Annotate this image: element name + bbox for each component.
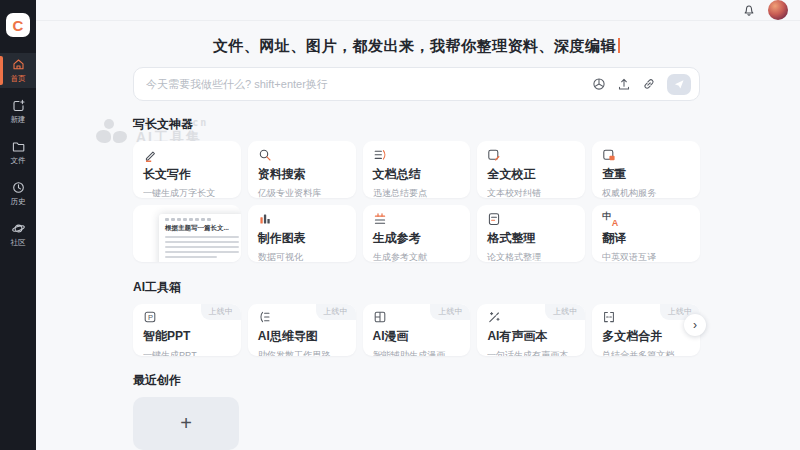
community-icon [12,222,25,235]
writer-row2: 根据主题写一篇长文... 制作图表 数据可视化 [133,205,700,262]
sidebar-item-history[interactable]: 历史 [0,176,36,211]
prompt-input[interactable]: 今天需要我做些什么? shift+enter换行 [133,67,700,101]
section-title-toolbox: AI工具箱 [133,279,700,296]
sidebar: C 首页 新建 文件 [0,0,36,450]
card-subtitle: 论文格式整理 [487,251,570,262]
card-smart-ppt[interactable]: 上线中 P 智能PPT 一键生成PPT [133,304,241,356]
sidebar-nav: 首页 新建 文件 历史 [0,53,36,252]
translate-icon: 中A [602,212,690,226]
preview-text-line [165,246,239,249]
card-title: 制作图表 [258,230,346,247]
card-title: 智能PPT [143,328,231,345]
card-subtitle: 生成参考文献 [373,251,456,262]
sidebar-item-home[interactable]: 首页 [0,53,36,88]
send-button[interactable] [667,74,691,95]
upload-icon[interactable] [617,77,631,91]
card-merge-docs[interactable]: 上线中 多文档合并 总结合并多篇文档 [592,304,700,356]
link-icon[interactable] [642,77,656,91]
card-subtitle: 迅速总结要点 [373,187,456,198]
card-title: AI漫画 [373,328,461,345]
new-creation-tile[interactable]: + [133,397,239,450]
card-subtitle: 数据可视化 [258,251,341,262]
proofread-icon [487,148,575,162]
preview-text-line [165,251,239,254]
card-title: AI思维导图 [258,328,346,345]
prompt-placeholder: 今天需要我做些什么? shift+enter换行 [146,77,592,92]
content: ai-bot.cn AI工具集 文件、网址、图片，都发出来，我帮你整理资料、深度… [36,21,800,450]
sidebar-item-label: 历史 [10,196,25,206]
writer-row1: 长文写作 一键生成万字长文 资料搜索 亿级专业资料库 文档总结 迅速总结要点 [133,141,700,198]
card-title: 全文校正 [487,166,575,183]
card-long-writing[interactable]: 长文写作 一键生成万字长文 [133,141,241,198]
watermark-paw-icon [96,119,130,145]
hero-title: 文件、网址、图片，都发出来，我帮你整理资料、深度编辑 [133,37,700,56]
svg-text:P: P [148,313,153,322]
card-subtitle: 亿级专业资料库 [258,187,341,198]
status-badge: 上线中 [545,304,585,320]
card-writing-preview[interactable]: 根据主题写一篇长文... [133,205,241,262]
status-badge: 上线中 [430,304,470,320]
card-subtitle: 助你发散工作思路 [258,349,341,356]
sidebar-item-label: 社区 [10,237,25,247]
app-window: C 首页 新建 文件 [0,0,800,450]
card-generate-references[interactable]: 生成参考 生成参考文献 [363,205,471,262]
card-ai-audiobook[interactable]: 上线中 AI有声画本 一句话生成有声画本 [477,304,585,356]
new-chat-icon [12,99,25,112]
card-doc-summary[interactable]: 文档总结 迅速总结要点 [363,141,471,198]
toolbox-row: 上线中 P 智能PPT 一键生成PPT 上线中 AI思维导图 助你发散工作思路 [133,304,700,356]
scroll-right-button[interactable]: › [684,314,706,336]
card-title: 生成参考 [373,230,461,247]
model-sphere-icon[interactable] [592,77,606,91]
card-subtitle: 一键生成万字长文 [143,187,226,198]
preview-toolbar [165,218,239,221]
status-badge: 上线中 [316,304,356,320]
home-icon [12,58,25,71]
card-subtitle: 总结合并多篇文档 [602,349,685,356]
user-avatar[interactable] [768,0,788,20]
sidebar-item-label: 新建 [10,114,25,124]
sidebar-item-files[interactable]: 文件 [0,135,36,170]
status-badge: 上线中 [201,304,241,320]
card-plagiarism-check[interactable]: 查重 权威机构服务 [592,141,700,198]
chart-icon [258,212,346,226]
preview-title: 根据主题写一篇长文... [165,224,239,233]
card-research-search[interactable]: 资料搜索 亿级专业资料库 [248,141,356,198]
card-make-charts[interactable]: 制作图表 数据可视化 [248,205,356,262]
chevron-right-icon: › [693,318,697,332]
card-subtitle: 一键生成PPT [143,349,226,356]
sidebar-item-community[interactable]: 社区 [0,217,36,252]
card-title: 文档总结 [373,166,461,183]
card-subtitle: 智能辅助生成漫画 [373,349,456,356]
logo-letter: C [13,18,24,33]
notification-bell-icon[interactable] [742,3,756,17]
text-caret [618,38,620,53]
card-ai-comic[interactable]: 上线中 AI漫画 智能辅助生成漫画 [363,304,471,356]
format-icon [487,212,575,226]
folder-icon [12,140,25,153]
card-translate[interactable]: 中A 翻译 中英双语互译 [592,205,700,262]
topbar [36,0,800,21]
summary-icon [373,148,461,162]
card-subtitle: 文本校对纠错 [487,187,570,198]
section-title-writer: 写长文神器 [133,116,700,133]
preview-text-line [165,256,217,259]
card-title: 多文档合并 [602,328,690,345]
app-logo[interactable]: C [6,13,30,37]
card-format-cleanup[interactable]: 格式整理 论文格式整理 [477,205,585,262]
sidebar-item-new[interactable]: 新建 [0,94,36,129]
card-title: 翻译 [602,230,690,247]
card-title: 格式整理 [487,230,575,247]
preview-text-line [165,236,239,239]
main-area: ai-bot.cn AI工具集 文件、网址、图片，都发出来，我帮你整理资料、深度… [36,0,800,450]
card-subtitle: 一句话生成有声画本 [487,349,570,356]
document-preview: 根据主题写一篇长文... [159,214,241,262]
card-ai-mindmap[interactable]: 上线中 AI思维导图 助你发散工作思路 [248,304,356,356]
card-title: 查重 [602,166,690,183]
sidebar-item-label: 文件 [10,155,25,165]
pencil-icon [143,148,231,162]
search-icon [258,148,346,162]
card-subtitle: 中英双语互译 [602,251,685,262]
preview-text-line [165,241,239,244]
card-title: AI有声画本 [487,328,575,345]
card-proofread[interactable]: 全文校正 文本校对纠错 [477,141,585,198]
